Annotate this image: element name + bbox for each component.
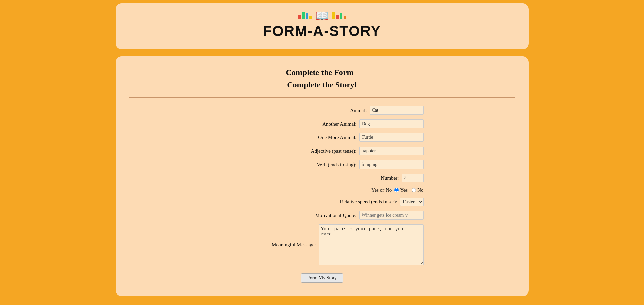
relative-speed-label: Relative speed (ends in -er): [340, 199, 397, 205]
no-radio[interactable] [412, 188, 416, 192]
bar3 [306, 13, 308, 19]
number-input[interactable] [402, 174, 424, 182]
yes-no-label: Yes or No [371, 187, 392, 193]
yes-radio[interactable] [394, 188, 399, 192]
book-icon: 📖 [315, 10, 329, 21]
verb-label: Verb (ends in -ing): [317, 162, 356, 168]
heading-line2: Complete the Story! [287, 80, 357, 89]
relative-speed-select[interactable]: Faster Slower Higher Lower [400, 198, 424, 206]
form-divider [129, 97, 515, 98]
form-heading: Complete the Form - Complete the Story! [286, 66, 358, 91]
bar7 [340, 13, 342, 19]
submit-row: Form My Story [221, 270, 424, 283]
verb-row: Verb (ends in -ing): [221, 160, 424, 169]
another-animal-row: Another Animal: [221, 119, 424, 128]
header-card: 📖 FORM-A-STORY [116, 3, 529, 49]
main-card: Complete the Form - Complete the Story! … [116, 56, 529, 296]
adjective-row: Adjective (past tense): [221, 147, 424, 155]
motivational-quote-row: Motivational Quote: [221, 211, 424, 220]
heading-line1: Complete the Form - [286, 68, 358, 77]
another-animal-label: Another Animal: [322, 121, 356, 127]
meaningful-message-row: Meaningful Message: Your pace is your pa… [221, 224, 424, 265]
one-more-animal-row: One More Animal: [221, 133, 424, 142]
yes-no-row: Yes or No Yes No [221, 187, 424, 193]
yes-no-radio-group: Yes No [394, 187, 423, 193]
number-row: Number: [221, 174, 424, 182]
animal-input[interactable] [370, 106, 424, 115]
one-more-animal-input[interactable] [359, 133, 424, 142]
adjective-label: Adjective (past tense): [311, 148, 357, 154]
bar2 [302, 12, 305, 19]
bar4 [309, 16, 312, 19]
yes-radio-label[interactable]: Yes [394, 187, 408, 193]
logo-icons: 📖 [298, 10, 346, 21]
bar1 [298, 15, 301, 19]
verb-input[interactable] [359, 160, 424, 169]
yes-label-text: Yes [400, 187, 408, 193]
bar6 [336, 15, 339, 19]
form-container: Animal: Another Animal: One More Animal:… [221, 106, 424, 283]
motivational-quote-input[interactable] [359, 211, 424, 220]
another-animal-input[interactable] [359, 119, 424, 128]
no-radio-label[interactable]: No [412, 187, 423, 193]
no-label-text: No [417, 187, 423, 193]
adjective-input[interactable] [359, 147, 424, 155]
meaningful-message-label: Meaningful Message: [272, 242, 316, 248]
animal-row: Animal: [221, 106, 424, 115]
site-title: FORM-A-STORY [263, 23, 381, 39]
meaningful-message-textarea[interactable]: Your pace is your pace, run your race. [319, 224, 424, 265]
relative-speed-row: Relative speed (ends in -er): Faster Slo… [221, 198, 424, 206]
animal-label: Animal: [350, 108, 367, 113]
form-my-story-button[interactable]: Form My Story [301, 273, 343, 283]
one-more-animal-label: One More Animal: [318, 135, 356, 140]
left-bar-chart-icon [298, 12, 312, 19]
motivational-quote-label: Motivational Quote: [315, 213, 356, 218]
bar5 [332, 12, 335, 19]
number-label: Number: [381, 175, 399, 181]
right-bar-chart-icon [332, 12, 346, 19]
bar8 [344, 16, 346, 19]
